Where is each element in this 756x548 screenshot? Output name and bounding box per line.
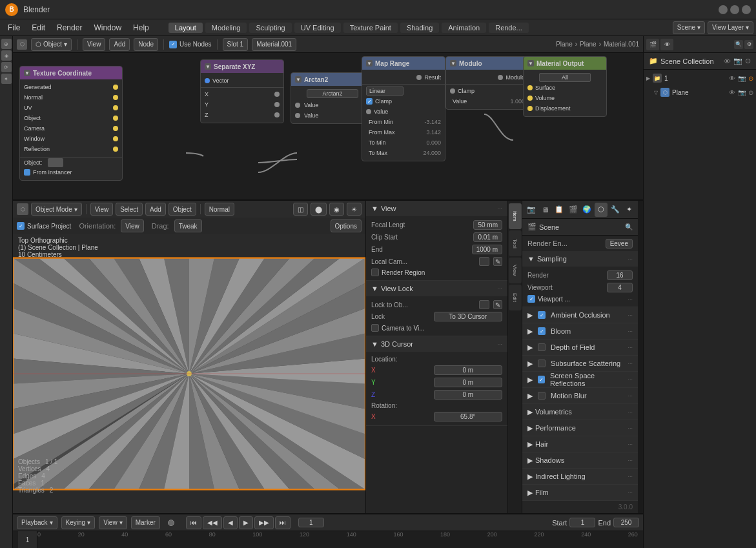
shadows-header[interactable]: ▶ Shadows ···: [522, 452, 638, 468]
clip-start-field[interactable]: 0.01 m: [473, 232, 502, 242]
mod-expand-btn[interactable]: ▼: [450, 60, 456, 66]
vp-snap-dropdown[interactable]: Normal: [205, 203, 234, 216]
tab-render[interactable]: Rende...: [489, 23, 529, 33]
lock-to-ob-btn[interactable]: ✎: [493, 300, 502, 309]
film-header[interactable]: ▶ Film ···: [522, 485, 638, 500]
dof-header[interactable]: ▶ Depth of Field ···: [522, 340, 638, 355]
ssr-header[interactable]: ▶ ✓ Screen Space Reflections ···: [522, 372, 638, 387]
keying-dropdown[interactable]: Keying ▾: [61, 516, 96, 529]
tab-sculpting[interactable]: Sculpting: [249, 23, 291, 33]
render-region-cb[interactable]: [371, 269, 379, 276]
sc-tab-icon1[interactable]: 🎬: [646, 39, 659, 50]
sc-item1-eye[interactable]: 👁: [729, 75, 735, 82]
frame-field[interactable]: 1: [298, 518, 324, 527]
vp-item-icon[interactable]: Item: [509, 203, 522, 229]
coll-render-icon[interactable]: ⊙: [745, 57, 751, 65]
tc-object-field[interactable]: [48, 158, 63, 167]
sc-plane-cam[interactable]: 📷: [738, 89, 746, 96]
timeline-ruler[interactable]: 1 0 20 40 60 80 100 120 140 160: [13, 531, 643, 548]
arc-expand-btn[interactable]: ▼: [295, 76, 301, 83]
coll-camera-icon[interactable]: 📷: [733, 57, 742, 65]
view-layer-dropdown[interactable]: View Layer ▾: [708, 21, 753, 34]
ne-view-btn[interactable]: View: [83, 38, 106, 51]
ao-header[interactable]: ▶ ✓ Ambient Occlusion ···: [522, 307, 638, 323]
vp-view-icon[interactable]: View: [509, 258, 522, 283]
vol-header[interactable]: ▶ Volumetrics ···: [522, 404, 638, 420]
vp-select-btn[interactable]: Select: [116, 203, 143, 216]
menu-help[interactable]: Help: [128, 22, 154, 34]
hair-header[interactable]: ▶ Hair ···: [522, 436, 638, 452]
tab-texture-paint[interactable]: Texture Paint: [343, 23, 398, 33]
mb-cb[interactable]: [538, 392, 546, 400]
vp-object-btn[interactable]: Object: [169, 203, 196, 216]
node-material-output[interactable]: ▼ Material Output All Surface Volume Dis…: [523, 56, 607, 117]
viewport-sample-field[interactable]: 4: [607, 283, 633, 292]
local-cam-btn[interactable]: ✎: [493, 257, 502, 266]
ne-node-btn[interactable]: Node: [134, 38, 158, 51]
vp-shading-solid[interactable]: ⬤: [311, 203, 327, 216]
sc-plane-filter[interactable]: ⊙: [748, 89, 753, 96]
cursor-z-field[interactable]: 0 m: [434, 390, 503, 400]
tab-layout[interactable]: Layout: [169, 23, 203, 33]
coll-eye-icon[interactable]: 👁: [724, 57, 731, 65]
vp-mode-dropdown[interactable]: Object Mode ▾: [31, 203, 82, 216]
view-section-header[interactable]: ▼ View ···: [366, 201, 507, 216]
node-expand-btn[interactable]: ▼: [24, 70, 30, 76]
scene-dropdown[interactable]: Scene ▾: [673, 21, 705, 34]
tc-from-instancer-cb[interactable]: [24, 169, 30, 176]
node-texture-coordinate[interactable]: ▼ Texture Coordinate Generated Normal UV…: [19, 66, 123, 181]
vp-orientation-dropdown[interactable]: View: [121, 219, 144, 232]
camera-to-vi-cb[interactable]: [371, 324, 379, 332]
ne-mode-dropdown[interactable]: ⬡ Object ▾: [31, 38, 72, 51]
rp-scene-icon[interactable]: 🎬: [567, 203, 580, 217]
sc-item1-filter[interactable]: ⊙: [748, 75, 753, 82]
rp-view-layer-icon[interactable]: 📋: [553, 203, 566, 217]
sidebar-icon-2[interactable]: ◈: [1, 50, 12, 61]
perf-header[interactable]: ▶ Performance ···: [522, 420, 638, 436]
mb-header[interactable]: ▶ Motion Blur ···: [522, 388, 638, 403]
rp-engine-dropdown[interactable]: Eevee: [606, 239, 633, 249]
mo-expand-btn[interactable]: ▼: [527, 60, 534, 66]
node-map-range[interactable]: ▼ Map Range Result Linear ✓ Clamp V: [362, 56, 445, 161]
rp-particles-icon[interactable]: ✦: [622, 203, 635, 217]
viewport-3d[interactable]: ⬡ Object Mode ▾ View Select Add Object N…: [13, 201, 365, 513]
mr-clamp-cb[interactable]: ✓: [366, 98, 373, 105]
sc-tab-icon2[interactable]: 👁: [660, 39, 673, 50]
ne-add-btn[interactable]: Add: [109, 38, 130, 51]
tab-animation[interactable]: Animation: [442, 23, 486, 33]
node-separate-xyz[interactable]: ▼ Separate XYZ Vector X Y Z: [200, 59, 284, 123]
timeline-track[interactable]: 0 20 40 60 80 100 120 140 160 180 200 22…: [37, 531, 638, 548]
sc-plane-eye[interactable]: 👁: [729, 89, 735, 96]
ssr-cb[interactable]: ✓: [538, 376, 545, 383]
vp-add-btn[interactable]: Add: [145, 203, 166, 216]
local-cam-field[interactable]: [479, 257, 489, 266]
cursor-x-field[interactable]: 0 m: [434, 365, 503, 375]
sidebar-icon-1[interactable]: ⊕: [1, 39, 12, 49]
sc-item1-cam[interactable]: 📷: [738, 75, 746, 82]
play-btn[interactable]: ▶: [239, 516, 253, 529]
tab-shading[interactable]: Shading: [400, 23, 439, 33]
vp-drag-dropdown[interactable]: Tweak: [174, 219, 202, 232]
rp-world-icon[interactable]: 🌍: [581, 203, 594, 217]
tab-uv-editing[interactable]: UV Editing: [294, 23, 341, 33]
start-frame-field[interactable]: 1: [569, 518, 595, 527]
menu-edit[interactable]: Edit: [26, 22, 50, 34]
rp-render-icon[interactable]: 📷: [525, 203, 538, 217]
bloom-cb[interactable]: ✓: [538, 327, 546, 335]
rp-modifier-icon[interactable]: 🔧: [609, 203, 622, 217]
close-button[interactable]: [742, 5, 751, 14]
render-sample-field[interactable]: 16: [607, 270, 633, 280]
step-fwd-btn[interactable]: ▶▶: [254, 516, 274, 529]
indirect-header[interactable]: ▶ Indirect Lighting ···: [522, 469, 638, 484]
menu-file[interactable]: File: [3, 22, 25, 34]
sep-expand-btn[interactable]: ▼: [205, 63, 211, 70]
sampling-header[interactable]: ▼ Sampling ···: [522, 251, 638, 267]
sc-item-plane[interactable]: ▽ ⬡ Plane 👁 📷 ⊙: [644, 85, 756, 99]
timeline-view-dropdown[interactable]: View ▾: [99, 516, 127, 529]
cursor-rotx-field[interactable]: 65.8°: [434, 412, 503, 421]
lock-value-field[interactable]: To 3D Cursor: [434, 312, 503, 321]
end-frame-field[interactable]: 250: [613, 518, 639, 527]
play-back-btn[interactable]: ◀: [223, 516, 238, 529]
vp-shading-mat[interactable]: ◉: [329, 203, 344, 216]
vp-tool-icon[interactable]: Tool: [509, 230, 522, 256]
